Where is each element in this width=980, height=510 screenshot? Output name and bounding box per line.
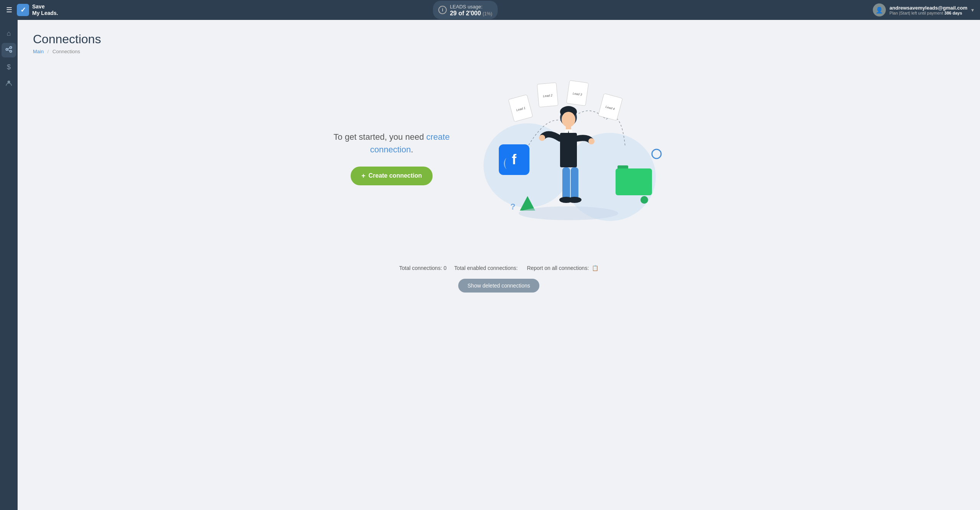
svg-rect-33 bbox=[562, 167, 570, 200]
svg-text:Lead 1: Lead 1 bbox=[516, 106, 526, 112]
svg-point-0 bbox=[6, 48, 8, 50]
arc-illustration: f Lead 1 Lead 2 Lead 3 bbox=[468, 77, 667, 238]
svg-rect-10 bbox=[617, 165, 628, 169]
hamburger-menu-icon[interactable]: ☰ bbox=[6, 6, 12, 14]
svg-point-37 bbox=[519, 206, 618, 220]
svg-rect-8 bbox=[499, 144, 529, 175]
svg-point-6 bbox=[483, 123, 572, 208]
show-deleted-connections-button[interactable]: Show deleted connections bbox=[458, 279, 539, 293]
svg-point-1 bbox=[10, 46, 12, 48]
svg-point-24 bbox=[560, 109, 577, 126]
main-content: Connections Main / Connections To get st… bbox=[18, 20, 980, 510]
svg-point-2 bbox=[10, 50, 12, 52]
svg-rect-12 bbox=[508, 95, 533, 122]
total-enabled-connections: Total enabled connections: bbox=[454, 265, 519, 271]
svg-rect-30 bbox=[560, 133, 577, 167]
svg-rect-34 bbox=[571, 167, 578, 200]
svg-point-36 bbox=[568, 197, 581, 203]
empty-state-text: To get started, you need create connecti… bbox=[330, 131, 453, 156]
report-label: Report on all connections: bbox=[527, 265, 589, 271]
logo-wrapper: ✓ Save My Leads. bbox=[17, 3, 58, 16]
svg-point-32 bbox=[588, 138, 595, 144]
user-avatar-icon: 👤 bbox=[875, 7, 883, 14]
svg-rect-11 bbox=[616, 168, 652, 195]
sidebar-item-billing[interactable]: $ bbox=[2, 60, 16, 74]
empty-state: To get started, you need create connecti… bbox=[330, 131, 453, 185]
svg-text:?: ? bbox=[510, 202, 515, 211]
svg-line-4 bbox=[8, 49, 10, 51]
illustration: f Lead 1 Lead 2 Lead 3 bbox=[468, 77, 667, 238]
connections-icon bbox=[5, 46, 13, 55]
svg-rect-18 bbox=[598, 93, 622, 121]
svg-point-20 bbox=[652, 149, 661, 159]
svg-rect-27 bbox=[566, 126, 571, 131]
svg-marker-29 bbox=[567, 130, 570, 142]
total-connections-label: Total connections: bbox=[399, 265, 442, 271]
report-icon[interactable]: 📋 bbox=[592, 265, 598, 271]
svg-point-26 bbox=[562, 112, 575, 127]
svg-text:f: f bbox=[512, 152, 517, 167]
svg-text:Lead 4: Lead 4 bbox=[605, 105, 615, 111]
svg-point-21 bbox=[640, 196, 648, 204]
create-connection-button[interactable]: + Create connection bbox=[351, 167, 433, 185]
profile-icon bbox=[5, 79, 13, 89]
svg-text:Lead 2: Lead 2 bbox=[543, 94, 553, 98]
top-navigation: ☰ ✓ Save My Leads. i LEADS usage: 29 of … bbox=[0, 0, 980, 20]
plus-icon: + bbox=[361, 172, 366, 180]
svg-marker-22 bbox=[520, 196, 535, 211]
svg-point-7 bbox=[564, 133, 656, 221]
create-button-label: Create connection bbox=[368, 172, 422, 179]
user-plan: Plan |Start| left until payment 386 days bbox=[890, 11, 967, 15]
leads-usage-text: LEADS usage: 29 of 2'000 (1%) bbox=[450, 3, 492, 17]
leads-usage-widget: i LEADS usage: 29 of 2'000 (1%) bbox=[433, 1, 498, 19]
topnav-left: ☰ ✓ Save My Leads. bbox=[6, 3, 58, 16]
svg-line-3 bbox=[8, 48, 10, 49]
page-title: Connections bbox=[33, 32, 965, 46]
svg-point-35 bbox=[559, 197, 573, 203]
report-all-connections: Report on all connections: 📋 bbox=[527, 265, 598, 271]
total-connections-value: 0 bbox=[444, 265, 447, 271]
user-email: andrewsavemyleads@gmail.com bbox=[890, 5, 967, 11]
logo-text: Save My Leads. bbox=[32, 3, 58, 16]
info-icon: i bbox=[438, 6, 447, 14]
logo-box: ✓ bbox=[17, 4, 29, 16]
user-avatar: 👤 bbox=[873, 3, 886, 16]
breadcrumb-main-link[interactable]: Main bbox=[33, 49, 44, 54]
breadcrumb: Main / Connections bbox=[33, 49, 965, 54]
svg-rect-14 bbox=[537, 83, 558, 107]
logo-check-icon: ✓ bbox=[20, 6, 26, 14]
home-icon: ⌂ bbox=[7, 29, 11, 38]
breadcrumb-separator: / bbox=[47, 49, 49, 54]
svg-point-25 bbox=[560, 106, 577, 118]
topnav-right: 👤 andrewsavemyleads@gmail.com Plan |Star… bbox=[873, 3, 974, 16]
sidebar: ⌂ $ bbox=[0, 20, 18, 510]
sidebar-item-profile[interactable] bbox=[2, 77, 16, 91]
total-enabled-label: Total enabled connections: bbox=[454, 265, 518, 271]
svg-text:Lead 3: Lead 3 bbox=[572, 92, 582, 96]
user-info: andrewsavemyleads@gmail.com Plan |Start|… bbox=[890, 5, 967, 15]
total-connections: Total connections: 0 bbox=[399, 265, 447, 271]
chevron-down-icon[interactable]: ▾ bbox=[971, 7, 974, 13]
sidebar-item-connections[interactable] bbox=[2, 43, 16, 57]
svg-rect-16 bbox=[567, 80, 589, 106]
center-area: To get started, you need create connecti… bbox=[33, 66, 965, 250]
breadcrumb-current: Connections bbox=[52, 49, 80, 54]
svg-marker-28 bbox=[564, 129, 573, 134]
sidebar-item-home[interactable]: ⌂ bbox=[2, 26, 16, 41]
footer-stats: Total connections: 0 Total enabled conne… bbox=[33, 265, 965, 271]
billing-icon: $ bbox=[7, 63, 11, 71]
main-layout: ⌂ $ bbox=[0, 20, 980, 510]
svg-point-31 bbox=[539, 135, 545, 141]
